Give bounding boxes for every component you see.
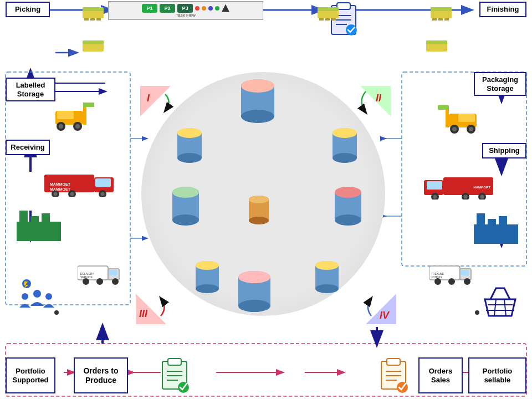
svg-rect-61 <box>57 111 74 119</box>
cylinder-top-left <box>175 126 205 168</box>
shipping-label: Shipping <box>482 143 526 158</box>
cylinder-top-right <box>330 126 360 168</box>
svg-rect-179 <box>96 18 101 21</box>
svg-point-118 <box>434 278 441 285</box>
svg-point-170 <box>315 261 339 270</box>
svg-text:II: II <box>376 93 382 104</box>
svg-rect-177 <box>84 18 89 21</box>
svg-point-59 <box>59 124 63 129</box>
svg-marker-131 <box>140 86 171 116</box>
svg-rect-109 <box>109 270 117 275</box>
task-flow-strip: P1 P2 P3 Task Flow <box>108 1 263 20</box>
pallet-left-2 <box>81 36 106 56</box>
svg-point-174 <box>238 271 270 283</box>
svg-text:SERVICE: SERVICE <box>80 275 93 279</box>
factory-right <box>471 202 521 249</box>
finishing-label: Finishing <box>479 2 526 17</box>
picking-label: Picking <box>6 2 50 17</box>
svg-rect-183 <box>325 18 330 21</box>
svg-rect-193 <box>426 40 447 44</box>
svg-rect-117 <box>461 270 469 275</box>
cylinder-mid-left <box>169 186 202 232</box>
pallet-right-3 <box>425 36 450 56</box>
svg-text:IV: IV <box>380 310 390 321</box>
svg-rect-189 <box>444 18 449 21</box>
packaging-storage-label: Packaging Storage <box>474 72 526 96</box>
svg-point-146 <box>177 128 202 138</box>
svg-point-112 <box>112 278 119 285</box>
svg-rect-62 <box>83 103 94 107</box>
svg-rect-71 <box>438 105 449 110</box>
svg-point-150 <box>332 128 357 138</box>
pallet-left-1 <box>81 3 106 23</box>
svg-point-79 <box>70 192 74 196</box>
svg-point-89 <box>480 195 484 199</box>
svg-point-153 <box>172 214 199 226</box>
svg-point-90 <box>464 195 468 199</box>
svg-rect-93 <box>17 222 61 241</box>
delivery-truck-left: DELIVERY SERVICE <box>78 260 122 288</box>
arrow-left-1 <box>55 47 80 60</box>
svg-rect-186 <box>431 7 452 11</box>
svg-rect-184 <box>331 18 336 21</box>
svg-point-145 <box>177 153 202 163</box>
svg-point-119 <box>448 278 455 285</box>
svg-rect-196 <box>168 359 181 365</box>
svg-point-120 <box>464 278 470 285</box>
pallet-right-2 <box>429 3 454 23</box>
quadrant-III: III <box>136 288 172 326</box>
quadrant-IV: IV <box>360 288 396 326</box>
svg-point-126 <box>45 293 52 300</box>
truck-right: TRONMAN <box>421 169 493 202</box>
svg-point-162 <box>249 196 269 203</box>
svg-text:TRONMAN: TRONMAN <box>473 186 490 189</box>
svg-rect-187 <box>432 18 437 21</box>
svg-rect-182 <box>319 18 324 21</box>
svg-rect-188 <box>438 18 443 21</box>
svg-point-111 <box>96 278 103 285</box>
svg-rect-202 <box>387 359 400 365</box>
checklist-icon-bottom-left <box>158 357 194 395</box>
svg-rect-74 <box>95 178 111 187</box>
svg-point-158 <box>335 187 361 198</box>
svg-point-142 <box>241 79 274 93</box>
forklift-right <box>435 103 479 138</box>
svg-rect-70 <box>458 114 475 122</box>
svg-line-130 <box>504 299 506 316</box>
main-container: Picking P1 P2 P3 Task Flow <box>0 0 532 399</box>
svg-point-78 <box>54 192 58 196</box>
svg-point-141 <box>241 110 274 123</box>
svg-line-129 <box>494 299 496 316</box>
svg-point-173 <box>238 300 270 312</box>
labelled-storage-label: Labelled Storage <box>6 78 55 101</box>
cylinder-bottom-left <box>193 259 222 298</box>
cylinder-bottom-right <box>313 259 341 298</box>
factory-left <box>14 200 64 246</box>
cylinder-top <box>238 78 277 130</box>
svg-point-125 <box>33 290 41 298</box>
svg-point-60 <box>75 124 80 129</box>
svg-point-110 <box>83 278 89 285</box>
svg-rect-191 <box>83 40 104 44</box>
cylinder-mid-right <box>331 186 365 232</box>
svg-rect-100 <box>474 224 518 244</box>
svg-point-165 <box>196 284 219 293</box>
receiving-label: Receiving <box>6 140 50 155</box>
svg-rect-85 <box>427 181 442 190</box>
dot-left <box>54 310 59 315</box>
delivery-truck-right: TREKLNE JOHNXX <box>429 260 474 288</box>
people-icon <box>17 277 58 318</box>
svg-point-169 <box>315 284 339 293</box>
cylinder-bottom <box>236 269 273 319</box>
svg-text:III: III <box>139 308 148 319</box>
forklift-left <box>53 100 97 135</box>
svg-point-123 <box>22 279 31 288</box>
svg-rect-181 <box>318 7 339 11</box>
orders-sales-label: Orders Sales <box>418 357 463 393</box>
svg-point-80 <box>101 192 105 196</box>
dot-right <box>475 310 479 315</box>
cylinder-center <box>247 194 272 228</box>
svg-point-166 <box>196 261 219 270</box>
svg-point-161 <box>249 217 269 224</box>
portfolio-supported-label: Portfolio Supported <box>6 357 55 393</box>
